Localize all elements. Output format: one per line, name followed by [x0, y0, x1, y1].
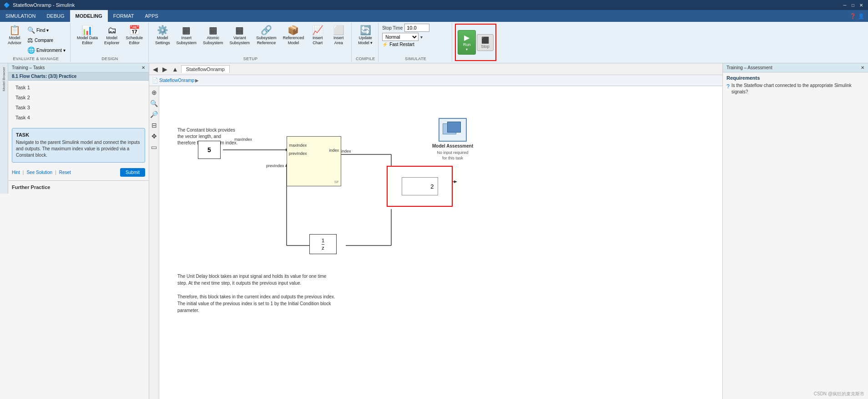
breadcrumb-icon: 📄 [152, 77, 158, 83]
task-item-2[interactable]: Task 2 [8, 92, 149, 102]
compile-items: 🔄 UpdateModel ▾ [355, 24, 375, 55]
nav-tab-stateflow[interactable]: StateflowOnramp [181, 65, 230, 73]
maximize-btn[interactable]: □ [850, 2, 856, 8]
see-solution-link[interactable]: See Solution [26, 170, 52, 175]
title-bar: 🔷 StateflowOnramp - Simulink ─ □ ✕ [0, 0, 868, 10]
simulation-mode-select[interactable]: Normal Accelerator Rapid Accelerator [382, 33, 419, 41]
variant-subsystem-btn[interactable]: ▦ VariantSubsystem [227, 24, 253, 47]
breadcrumb-path[interactable]: StateflowOnramp [159, 78, 194, 83]
ribbon-group-compile: 🔄 UpdateModel ▾ COMPILE [353, 23, 378, 62]
insert-subsystem-btn[interactable]: ▦ InsertSubsystem [174, 24, 200, 47]
menu-apps[interactable]: APPS [139, 10, 163, 22]
close-btn[interactable]: ✕ [858, 2, 864, 8]
display-value: 2 [430, 183, 434, 190]
window-controls[interactable]: ─ □ ✕ [842, 2, 864, 8]
zoom-in-tool[interactable]: 🔍 [149, 99, 159, 108]
minimize-btn[interactable]: ─ [842, 2, 848, 8]
model-data-editor-btn[interactable]: 📊 Model DataEditor [74, 24, 101, 47]
breadcrumb: 📄 StateflowOnramp ▶ [149, 75, 722, 86]
model-advisor-btn[interactable]: 📋 ModelAdvisor [5, 24, 25, 47]
right-panel-title: Training – Assessment [727, 65, 772, 70]
zoom-out-tool[interactable]: 🔎 [149, 110, 159, 119]
mode-dropdown-arrow[interactable]: ▾ [420, 35, 423, 40]
insert-area-icon: ⬜ [333, 26, 344, 35]
svg-marker-6 [454, 180, 457, 183]
further-practice: Further Practice [8, 180, 149, 194]
main-layout: Model Browser Training – Tasks ✕ 8.1 Flo… [0, 63, 868, 399]
referenced-model-btn[interactable]: 📦 ReferencedModel [280, 24, 307, 47]
referenced-model-icon: 📦 [288, 26, 299, 35]
watermark: CSDN @疯狂的麦克斯市 [814, 391, 864, 397]
model-advisor-icon: 📋 [9, 26, 20, 35]
task-item-1[interactable]: Task 1 [8, 82, 149, 92]
menu-debug[interactable]: DEBUG [41, 10, 70, 22]
user-icon: 👤 [858, 13, 864, 19]
update-model-icon: 🔄 [360, 26, 371, 35]
model-settings-icon: ⚙️ [157, 26, 168, 35]
model-settings-btn[interactable]: ⚙️ ModelSettings [152, 24, 173, 47]
model-assessment-container: Model Assessment No input requiredfor th… [432, 118, 473, 161]
help-btn[interactable]: ❓ [850, 13, 856, 19]
task-title: TASK [16, 132, 141, 138]
atomic-subsystem-btn[interactable]: ▦ AtomicSubsystem [200, 24, 226, 47]
zoom-fit-tool[interactable]: ⊕ [151, 88, 158, 97]
stop-time-input[interactable] [404, 24, 429, 32]
run-stop-group: ▶ Run ▾ ⬛ Stop [455, 24, 496, 61]
run-dropdown-arrow[interactable]: ▾ [466, 47, 468, 51]
evaluate-label: EVALUATE & MANAGE [13, 56, 59, 61]
task-item-3[interactable]: Task 3 [8, 102, 149, 113]
zoom-tool-2[interactable]: ⊟ [151, 121, 158, 130]
insert-area-label: InsertArea [333, 36, 344, 46]
menu-simulation[interactable]: SIMULATION [0, 10, 41, 22]
environment-btn[interactable]: 🌐 Environment ▾ [25, 46, 67, 55]
requirement-text: Is the Stateflow chart connected to the … [732, 82, 864, 95]
task-description: Navigate to the parent Simulink model an… [16, 139, 141, 159]
model-assessment-desc: No input requiredfor this task [437, 150, 469, 161]
design-label: DESIGN [101, 56, 118, 61]
chart-port-previndex: prevIndex [289, 149, 307, 158]
insert-area-btn[interactable]: ⬜ InsertArea [328, 24, 348, 47]
annotation-bottom: The Unit Delay block takes an input sign… [177, 273, 335, 314]
hint-link[interactable]: Hint [12, 170, 20, 175]
stop-button[interactable]: ⬛ Stop [477, 34, 494, 51]
app-icon: 🔷 [4, 2, 10, 8]
constant-block[interactable]: 5 [198, 141, 221, 159]
find-icon: 🔍 [27, 26, 35, 34]
model-assessment-icon [439, 118, 467, 142]
menu-modeling[interactable]: MODELING [70, 10, 108, 22]
compare-btn[interactable]: ⚖ Compare [25, 36, 67, 45]
back-btn[interactable]: ◀ [151, 65, 160, 74]
find-btn[interactable]: 🔍 Find ▾ [25, 26, 67, 35]
model-explorer-btn[interactable]: 🗂 ModelExplorer [101, 24, 122, 47]
model-browser-tab[interactable]: Model Browser [2, 67, 6, 91]
referenced-model-label: ReferencedModel [283, 36, 304, 46]
insert-chart-icon: 📈 [312, 26, 323, 35]
menu-format[interactable]: FORMAT [108, 10, 140, 22]
stateflow-red-box[interactable]: 2 [387, 166, 453, 207]
insert-chart-btn[interactable]: 📈 InsertChart [308, 24, 328, 47]
schedule-editor-btn[interactable]: 📅 ScheduleEditor [123, 24, 146, 47]
select-tool[interactable]: ▭ [150, 143, 158, 152]
task-item-4[interactable]: Task 4 [8, 113, 149, 123]
update-model-btn[interactable]: 🔄 UpdateModel ▾ [355, 24, 375, 47]
left-panel: Model Browser Training – Tasks ✕ 8.1 Flo… [0, 63, 149, 399]
stateflow-chart-block[interactable]: maxIndex prevIndex index SF [287, 136, 341, 186]
run-button[interactable]: ▶ Run ▾ [458, 30, 476, 55]
forward-btn[interactable]: ▶ [161, 65, 169, 74]
unit-delay-block[interactable]: 1 z [309, 234, 337, 254]
setup-label: SETUP [243, 56, 258, 61]
find-label: Find ▾ [36, 28, 49, 33]
left-panel-close[interactable]: ✕ [141, 65, 145, 70]
submit-button[interactable]: Submit [120, 168, 145, 177]
up-btn[interactable]: ▲ [170, 65, 180, 74]
breadcrumb-sep: ▶ [195, 78, 199, 83]
task-list: Task 1 Task 2 Task 3 Task 4 [8, 81, 149, 124]
subsystem-reference-btn[interactable]: 🔗 SubsystemReference [253, 24, 279, 47]
reset-link[interactable]: Reset [59, 170, 71, 175]
task-actions: Hint | See Solution | Reset Submit [8, 166, 149, 179]
pan-tool[interactable]: ✥ [151, 132, 158, 141]
right-panel-close[interactable]: ✕ [861, 65, 864, 70]
canvas-content: The Constant block providesthe vector le… [159, 86, 722, 399]
run-label: Run [463, 42, 471, 47]
stop-icon: ⬛ [481, 36, 489, 44]
